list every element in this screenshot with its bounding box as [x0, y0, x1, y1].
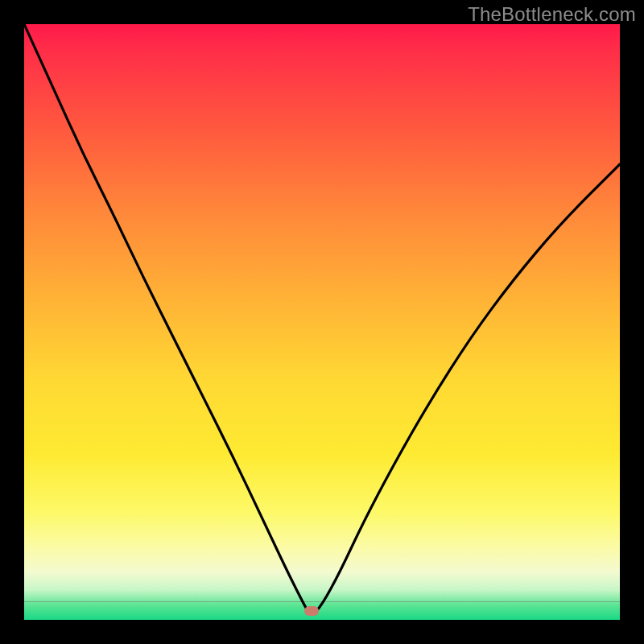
curve-svg	[24, 24, 620, 620]
plot-area	[24, 24, 620, 620]
watermark-text: TheBottleneck.com	[468, 3, 636, 26]
optimum-marker	[304, 606, 319, 616]
chart-frame: TheBottleneck.com	[0, 0, 644, 644]
bottleneck-curve-path	[24, 24, 620, 614]
